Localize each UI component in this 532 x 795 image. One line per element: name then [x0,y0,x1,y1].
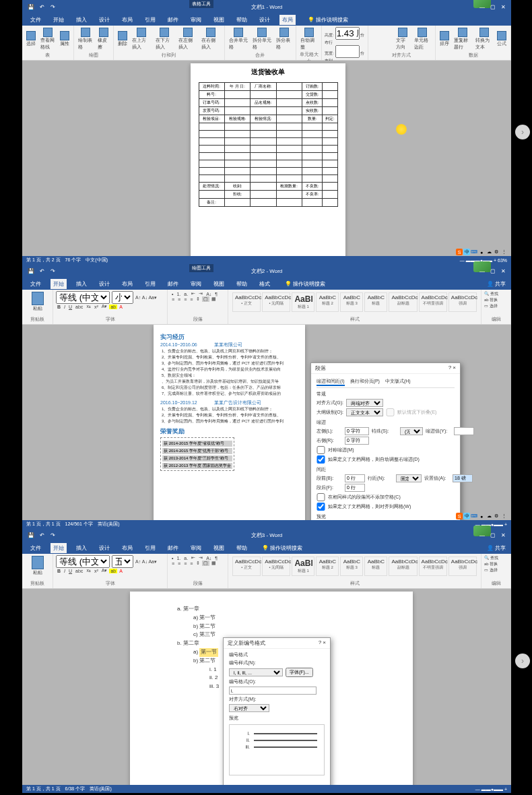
tab-review[interactable]: 审阅 [188,15,204,25]
style-item[interactable]: AaBbCcDc• 正文 [232,556,261,576]
table-cell[interactable] [323,99,337,107]
tab-asian[interactable]: 中文版式(H) [385,378,411,386]
tab-view[interactable]: 视图 [211,543,227,553]
indent-right-input[interactable] [345,437,369,445]
table-cell[interactable] [276,175,302,183]
tab-table-layout[interactable]: 布局 [279,15,296,25]
tab-mailings[interactable]: 邮件 [165,543,181,553]
paste-button[interactable]: 粘贴 [25,555,50,577]
table-cell[interactable] [323,146,337,153]
tab-file[interactable]: 文件 [28,543,44,553]
bullets-button[interactable]: • [170,292,174,296]
table-cell[interactable]: 不良数: [302,183,322,191]
table-cell[interactable] [276,153,302,160]
style-item[interactable]: AaBbCcDc副标题 [389,292,417,312]
text-direction-button[interactable]: 文字方向 [395,27,411,51]
table-cell[interactable]: 处理情况: [199,183,224,191]
minimize-icon[interactable]: — [479,4,485,10]
style-item[interactable]: AaBbCcDc• 无间隔 [262,292,290,312]
table-cell[interactable] [199,153,224,160]
table-cell[interactable] [251,123,276,131]
repeat-header-button[interactable]: 重复标题行 [453,27,472,51]
table-cell[interactable]: 备注: [199,199,224,207]
subscript-button[interactable]: x₂ [85,304,92,309]
align-center-button[interactable]: ≡ [176,297,182,302]
maximize-icon[interactable]: ▢ [490,4,496,10]
table-cell[interactable] [323,199,337,207]
delete-button[interactable]: 删除 [117,30,129,48]
table-cell[interactable] [276,191,302,199]
font-color-button[interactable]: A [118,305,124,309]
table-cell[interactable] [224,91,250,99]
help-icon[interactable]: ? [319,639,321,645]
tab-table-design[interactable]: 设计 [257,15,273,25]
table-cell[interactable] [224,146,250,153]
eraser-button[interactable]: 橡皮擦 [96,27,110,51]
table-cell[interactable] [302,168,322,175]
next-slide-icon[interactable]: › [515,125,530,139]
close-icon[interactable]: ✕ [501,268,506,274]
tab-home[interactable]: 开始 [51,15,67,25]
tab-view[interactable]: 视图 [211,15,227,25]
draw-table-button[interactable]: 绘制表格 [77,27,94,51]
table-cell[interactable] [199,138,224,146]
tab-review[interactable]: 审阅 [188,279,204,289]
tab-design[interactable]: 设计 [96,543,112,553]
table-cell[interactable] [251,138,276,146]
number-format-input[interactable] [229,687,317,695]
table-cell[interactable] [224,199,250,207]
replace-button[interactable]: ab 替换 [484,561,508,567]
tab-insert[interactable]: 插入 [73,15,90,25]
table-cell[interactable] [251,191,276,199]
redo-icon[interactable]: ↷ [49,3,56,10]
font-button[interactable]: 字体(F)... [286,668,313,677]
help-icon[interactable]: ? [448,364,451,371]
space-before-input[interactable] [345,474,365,482]
style-item[interactable]: AaBbCcDc副标题 [389,556,417,576]
table-cell[interactable] [251,168,276,175]
tell-me-search[interactable]: 💡 操作说明搜索 [285,280,325,288]
table-cell[interactable] [323,138,337,146]
tab-mailings[interactable]: 邮件 [165,279,181,289]
close-icon[interactable]: ✕ [501,4,506,10]
align-select[interactable]: 右对齐 [229,704,269,712]
table-cell[interactable]: 检验项目: [199,115,224,123]
tab-insert[interactable]: 插入 [73,279,90,289]
tab-home[interactable]: 开始 [51,279,67,289]
table-cell[interactable] [323,153,337,160]
underline-button[interactable]: U [67,305,73,309]
undo-icon[interactable]: ↶ [38,532,45,538]
alignment-select[interactable]: 两端对齐 [346,399,383,407]
styles-gallery[interactable]: AaBbCcDc• 正文AaBbCcDc• 无间隔AaBl标题 1AaBbC标题… [231,291,478,313]
table-cell[interactable]: 点收数: [302,99,322,107]
table-cell[interactable]: 品名规格: [251,99,276,107]
tab-design[interactable]: 设计 [96,15,112,25]
table-cell[interactable] [302,199,322,207]
merge-cells-button[interactable]: 合并单元格 [228,27,249,51]
table-cell[interactable] [276,91,302,99]
close-icon[interactable]: × [453,364,456,371]
table-cell[interactable] [323,83,337,91]
table-cell[interactable] [323,107,337,115]
align-right-button[interactable]: ≡ [182,297,188,302]
tab-format[interactable]: 格式 [257,279,273,289]
style-item[interactable]: AaBl标题 1 [292,556,314,576]
insert-above-button[interactable]: 在上方插入 [131,27,152,51]
zoom-controls[interactable]: — ▬▬●▬▬ + [475,787,507,792]
style-item[interactable]: AaBl标题 1 [292,292,314,312]
tab-design[interactable]: 设计 [96,279,112,289]
table-cell[interactable]: 发票号码: [199,107,224,115]
table-cell[interactable]: 不良率: [302,191,322,199]
tab-layout[interactable]: 布局 [119,279,135,289]
table-cell[interactable] [251,199,276,207]
table-cell[interactable] [276,160,302,168]
table-cell[interactable] [224,160,250,168]
numbering-button[interactable]: 1. [175,292,182,296]
table-cell[interactable] [302,131,322,138]
table-cell[interactable] [251,160,276,168]
autofit-button[interactable]: 自动调整 [299,27,319,51]
tab-breaks[interactable]: 换行和分页(P) [350,378,380,386]
multilevel-button[interactable]: a. [182,292,189,296]
style-item[interactable]: AaBbC标题 [364,292,387,312]
table-cell[interactable] [302,146,322,153]
